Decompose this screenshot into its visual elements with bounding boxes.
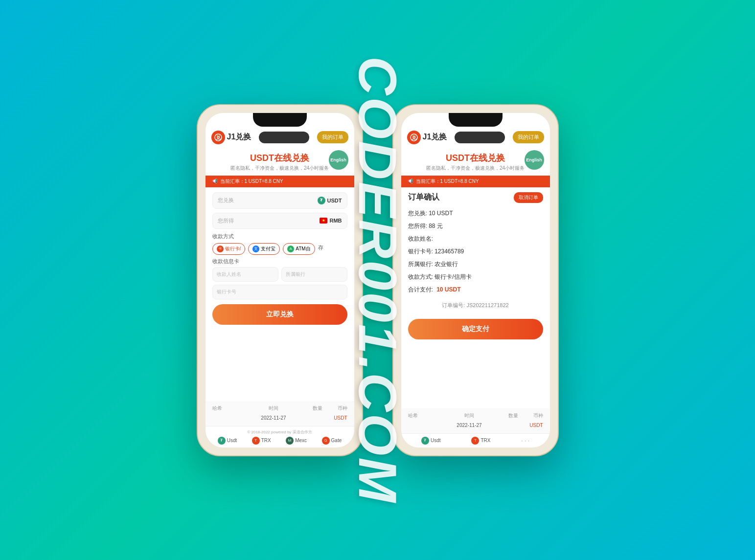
- trx-coin-icon-2: T: [471, 437, 479, 445]
- phones-container: 兑 J1兑换 我的订单 USDT在线兑换 English 匿名隐私，干净资金，极…: [197, 104, 559, 456]
- rate-text-1: 当前汇率：1 USDT=8.8 CNY: [220, 178, 283, 185]
- phone-1-notch: [253, 113, 307, 127]
- logo-text-2: J1兑换: [423, 132, 447, 142]
- rmb-flag-icon: ★: [320, 218, 327, 224]
- row-time-2: 2022-11-27: [445, 423, 494, 428]
- table-row-2: 2022-11-27 USDT: [408, 421, 543, 429]
- usdt-coin-icon-2: ₮: [421, 437, 429, 445]
- footer-mexc: M Mexc: [286, 437, 307, 445]
- title-section-2: USDT在线兑换 English 匿名隐私，干净资金，极速兑换，24小时服务: [401, 148, 550, 176]
- row-amount-2: [494, 423, 518, 428]
- order-bank-name: 所属银行: 农业银行: [408, 260, 543, 269]
- history-table-2: 哈希 时间 数量 币种 2022-11-27 USDT: [401, 408, 550, 433]
- header-notch-bar-2: [455, 132, 504, 143]
- col-hash-header: 哈希: [212, 405, 249, 412]
- logo-icon-1: 兑: [211, 131, 225, 144]
- phone-1: 兑 J1兑换 我的订单 USDT在线兑换 English 匿名隐私，干净资金，极…: [197, 104, 363, 456]
- total-pay-label: 合计支付:: [408, 286, 433, 293]
- gate-coin-icon: G: [322, 437, 330, 445]
- english-btn-2[interactable]: English: [525, 150, 544, 170]
- usdt-label-2: Usdt: [431, 438, 441, 443]
- get-label: 您所得: [218, 217, 320, 224]
- order-exchange-amount: 您兑换: 10 USDT: [408, 209, 543, 218]
- order-get-amount: 您所得: 88 元: [408, 222, 543, 230]
- footer-icons-2: ₮ Usdt T TRX · · ·: [406, 437, 545, 445]
- order-title: 订单确认: [408, 192, 439, 202]
- phone-1-inner: 兑 J1兑换 我的订单 USDT在线兑换 English 匿名隐私，干净资金，极…: [206, 113, 354, 448]
- row-hash: [212, 415, 249, 421]
- history-table-1: 哈希 时间 数量 币种 2022-11-27 USDT: [206, 401, 354, 426]
- bank-card-btn[interactable]: 卡 银行卡/: [212, 243, 246, 255]
- atm-icon: A: [287, 246, 294, 252]
- logo-area-2: 兑 J1兑换: [407, 131, 447, 144]
- bank-name-input[interactable]: 所属银行: [281, 267, 347, 282]
- table-header-1: 哈希 时间 数量 币种: [212, 405, 347, 412]
- sub-label: 收款信息卡: [212, 258, 347, 265]
- trx-coin-label: TRX: [261, 438, 271, 443]
- payment-section-label: 收款方式: [212, 233, 347, 240]
- order-number: 订单编号: JS202211271822: [408, 302, 543, 309]
- table-row: 2022-11-27 USDT: [212, 414, 347, 422]
- speaker-icon-1: 📢: [211, 179, 217, 184]
- my-orders-btn-1[interactable]: 我的订单: [317, 131, 348, 143]
- rate-banner-2: 📢 当前汇率：1 USDT=8.8 CNY: [401, 176, 550, 187]
- row-amount: [298, 415, 322, 421]
- footer-gate: G Gate: [322, 437, 342, 445]
- rmb-currency: ★ RMB: [320, 218, 342, 224]
- exchange-input-row: 您兑换 ₮ USDT: [212, 192, 347, 209]
- extra-dots: · · ·: [521, 437, 529, 444]
- phone-2-inner: 兑 J1兑换 我的订单 USDT在线兑换 English 匿名隐私，干净资金，极…: [401, 113, 550, 448]
- row-coin-2: USDT: [518, 423, 543, 428]
- confirm-pay-btn[interactable]: 确定支付: [408, 319, 543, 339]
- usdt-coin-label: Usdt: [227, 438, 237, 443]
- my-orders-btn-2[interactable]: 我的订单: [513, 131, 544, 143]
- alipay-btn[interactable]: 支 支付宝: [248, 243, 280, 255]
- col-coin-header: 币种: [322, 405, 347, 412]
- cancel-order-btn[interactable]: 取消订单: [514, 192, 543, 203]
- footer-usdt-2: ₮ Usdt: [421, 437, 441, 445]
- svg-text:兑: 兑: [216, 135, 221, 140]
- rmb-label: RMB: [329, 218, 342, 224]
- order-receiver-name: 收款姓名:: [408, 234, 543, 243]
- atm-extra: 存: [318, 244, 323, 251]
- rate-text-2: 当前汇率：1 USDT=8.8 CNY: [416, 178, 479, 185]
- name-bank-pair: 收款人姓名 所属银行: [212, 267, 347, 282]
- footer-usdt: ₮ Usdt: [218, 437, 237, 445]
- table-header-2: 哈希 时间 数量 币种: [408, 412, 543, 419]
- order-bank-number: 银行卡号: 123465789: [408, 247, 543, 256]
- header-notch-bar-1: [259, 132, 309, 143]
- usdt-currency: ₮ USDT: [318, 197, 342, 204]
- form-area-1: 您兑换 ₮ USDT 您所得 ★ RMB: [206, 187, 354, 401]
- footer-icons-1: ₮ Usdt T TRX M Mexc G Ga: [210, 437, 349, 445]
- mexc-coin-label: Mexc: [295, 438, 307, 443]
- row-time: 2022-11-27: [249, 415, 298, 421]
- submit-btn[interactable]: 立即兑换: [212, 304, 347, 325]
- col-time-header: 时间: [249, 405, 298, 412]
- logo-text-1: J1兑换: [227, 132, 252, 142]
- footer-extra-2: · · ·: [521, 437, 529, 445]
- phone-1-app: 兑 J1兑换 我的订单 USDT在线兑换 English 匿名隐私，干净资金，极…: [206, 113, 354, 448]
- receiver-name-input[interactable]: 收款人姓名: [212, 267, 278, 282]
- phone-2-notch: [449, 113, 503, 127]
- phone-2-app: 兑 J1兑换 我的订单 USDT在线兑换 English 匿名隐私，干净资金，极…: [401, 113, 550, 448]
- row-coin: USDT: [322, 415, 347, 421]
- get-input-row: 您所得 ★ RMB: [212, 213, 347, 229]
- app-footer-1: © 2018-2022 powered by 渠道合作方 ₮ Usdt T TR…: [206, 426, 354, 448]
- usdt-coin-icon: ₮: [218, 437, 226, 445]
- english-btn-1[interactable]: English: [329, 150, 348, 170]
- phone-2: 兑 J1兑换 我的订单 USDT在线兑换 English 匿名隐私，干净资金，极…: [392, 104, 559, 456]
- order-payment-method: 收款方式: 银行卡/信用卡: [408, 272, 543, 281]
- usdt-icon: ₮: [318, 197, 325, 204]
- card-number-input[interactable]: 银行卡号: [212, 285, 347, 299]
- col-time-header-2: 时间: [445, 412, 494, 419]
- order-total-pay: 合计支付: 10 USDT: [408, 285, 543, 294]
- footer-trx-2: T TRX: [471, 437, 490, 445]
- subtitle-2: 匿名隐私，干净资金，极速兑换，24小时服务: [409, 165, 542, 172]
- atm-btn[interactable]: A ATM自: [283, 243, 315, 255]
- row-hash-2: [408, 423, 445, 428]
- usdt-label: USDT: [327, 198, 342, 203]
- title-section-1: USDT在线兑换 English 匿名隐私，干净资金，极速兑换，24小时服务: [206, 148, 354, 176]
- footer-trx: T TRX: [252, 437, 271, 445]
- speaker-icon-2: 📢: [407, 179, 413, 184]
- col-hash-header-2: 哈希: [408, 412, 445, 419]
